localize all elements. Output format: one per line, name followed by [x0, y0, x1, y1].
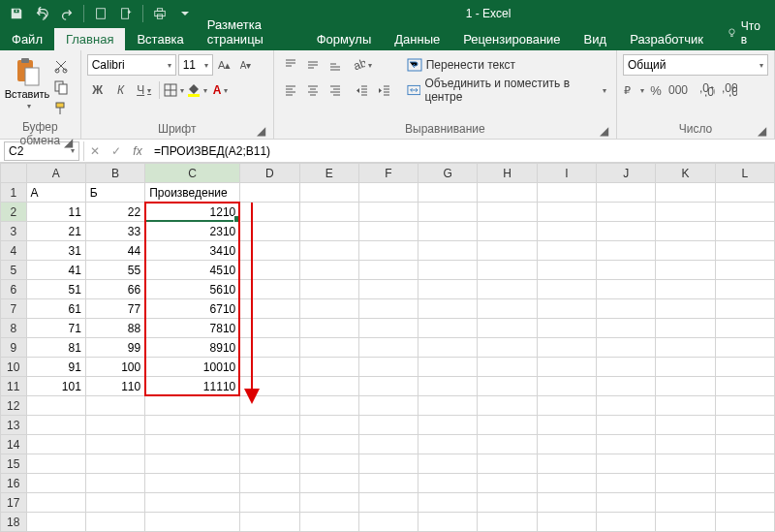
cell-H8[interactable]: [478, 319, 537, 338]
fill-color-button[interactable]: ▾: [187, 79, 208, 101]
cell-K7[interactable]: [656, 299, 715, 319]
cell-E13[interactable]: [299, 416, 358, 435]
cell-E11[interactable]: [299, 377, 358, 396]
column-header-I[interactable]: I: [537, 164, 596, 183]
cell-D1[interactable]: [240, 183, 299, 203]
cell-G18[interactable]: [418, 513, 478, 532]
cell-L7[interactable]: [715, 299, 774, 319]
cell-G14[interactable]: [418, 435, 478, 454]
cell-L6[interactable]: [715, 280, 774, 299]
cell-A8[interactable]: 71: [26, 319, 85, 338]
cell-D7[interactable]: [240, 299, 299, 319]
cell-L15[interactable]: [715, 454, 774, 474]
cell-H6[interactable]: [478, 280, 537, 299]
cell-K9[interactable]: [656, 338, 715, 358]
paste-button[interactable]: Вставить ▾: [6, 52, 48, 110]
cell-B8[interactable]: 88: [85, 319, 144, 338]
cell-H12[interactable]: [478, 396, 537, 416]
cell-K11[interactable]: [656, 377, 715, 396]
cell-E17[interactable]: [299, 493, 358, 513]
cell-D10[interactable]: [240, 358, 299, 377]
cell-L1[interactable]: [715, 183, 774, 203]
row-header-7[interactable]: 7: [1, 299, 27, 319]
cell-C3[interactable]: 2310: [145, 222, 240, 241]
cell-B10[interactable]: 100: [85, 358, 144, 377]
cell-B3[interactable]: 33: [85, 222, 144, 241]
align-bottom-button[interactable]: [325, 54, 346, 76]
cell-F1[interactable]: [358, 183, 418, 203]
align-right-button[interactable]: [325, 79, 346, 101]
cell-J18[interactable]: [597, 513, 656, 532]
cell-C10[interactable]: 10010: [145, 358, 240, 377]
cell-C5[interactable]: 4510: [145, 261, 240, 280]
cell-C8[interactable]: 7810: [145, 319, 240, 338]
cell-F4[interactable]: [358, 241, 418, 261]
cell-K4[interactable]: [656, 241, 715, 261]
cell-K14[interactable]: [656, 435, 715, 454]
cell-E6[interactable]: [299, 280, 358, 299]
cell-E3[interactable]: [299, 222, 358, 241]
column-header-D[interactable]: D: [240, 164, 299, 183]
align-top-button[interactable]: [280, 54, 301, 76]
cell-F16[interactable]: [358, 474, 418, 493]
cell-E4[interactable]: [299, 241, 358, 261]
cell-I16[interactable]: [537, 474, 596, 493]
cell-I12[interactable]: [537, 396, 596, 416]
tab-data[interactable]: Данные: [383, 28, 451, 50]
cell-H15[interactable]: [478, 454, 537, 474]
tab-formulas[interactable]: Формулы: [305, 28, 384, 50]
worksheet-grid[interactable]: ABCDEFGHIJKL1АБПроизведение2112212103213…: [0, 163, 775, 532]
copy-button[interactable]: [51, 78, 71, 97]
percent-button[interactable]: %: [645, 79, 666, 101]
cell-J17[interactable]: [597, 493, 656, 513]
cell-C2[interactable]: 1210: [145, 203, 240, 222]
cell-C14[interactable]: [145, 435, 240, 454]
cell-C15[interactable]: [145, 454, 240, 474]
tab-view[interactable]: Вид: [573, 28, 619, 50]
cell-B18[interactable]: [85, 513, 144, 532]
cell-G11[interactable]: [418, 377, 478, 396]
cell-A17[interactable]: [26, 493, 85, 513]
row-header-8[interactable]: 8: [1, 319, 27, 338]
align-middle-button[interactable]: [302, 54, 324, 76]
cancel-formula-button[interactable]: ✕: [84, 141, 106, 162]
row-header-16[interactable]: 16: [1, 474, 27, 493]
row-header-17[interactable]: 17: [1, 493, 27, 513]
cell-G8[interactable]: [418, 319, 478, 338]
cell-F5[interactable]: [358, 261, 418, 280]
qat-new-icon[interactable]: [115, 3, 137, 24]
cell-L3[interactable]: [715, 222, 774, 241]
format-painter-button[interactable]: [51, 99, 71, 118]
cell-K2[interactable]: [656, 203, 715, 222]
cell-G6[interactable]: [418, 280, 478, 299]
cell-F8[interactable]: [358, 319, 418, 338]
cell-E15[interactable]: [299, 454, 358, 474]
cell-L2[interactable]: [715, 203, 774, 222]
cell-K6[interactable]: [656, 280, 715, 299]
cell-C6[interactable]: 5610: [145, 280, 240, 299]
cell-L13[interactable]: [715, 416, 774, 435]
cell-G2[interactable]: [418, 203, 478, 222]
align-left-button[interactable]: [280, 79, 301, 101]
decrease-font-button[interactable]: A▾: [236, 56, 256, 74]
cell-D13[interactable]: [240, 416, 299, 435]
cell-F17[interactable]: [358, 493, 418, 513]
dialog-launcher-icon[interactable]: ◢: [757, 124, 768, 136]
cell-J4[interactable]: [597, 241, 656, 261]
column-header-B[interactable]: B: [85, 164, 144, 183]
tab-file[interactable]: Файл: [0, 28, 54, 50]
cell-D15[interactable]: [240, 454, 299, 474]
cell-D17[interactable]: [240, 493, 299, 513]
row-header-15[interactable]: 15: [1, 454, 27, 474]
cell-K3[interactable]: [656, 222, 715, 241]
cell-L18[interactable]: [715, 513, 774, 532]
cell-I4[interactable]: [537, 241, 596, 261]
cell-K10[interactable]: [656, 358, 715, 377]
cell-B12[interactable]: [85, 396, 144, 416]
cell-B5[interactable]: 55: [85, 261, 144, 280]
cell-E16[interactable]: [299, 474, 358, 493]
row-header-18[interactable]: 18: [1, 513, 27, 532]
accounting-format-button[interactable]: ₽▾: [623, 79, 644, 101]
cell-H2[interactable]: [478, 203, 537, 222]
cell-J3[interactable]: [597, 222, 656, 241]
